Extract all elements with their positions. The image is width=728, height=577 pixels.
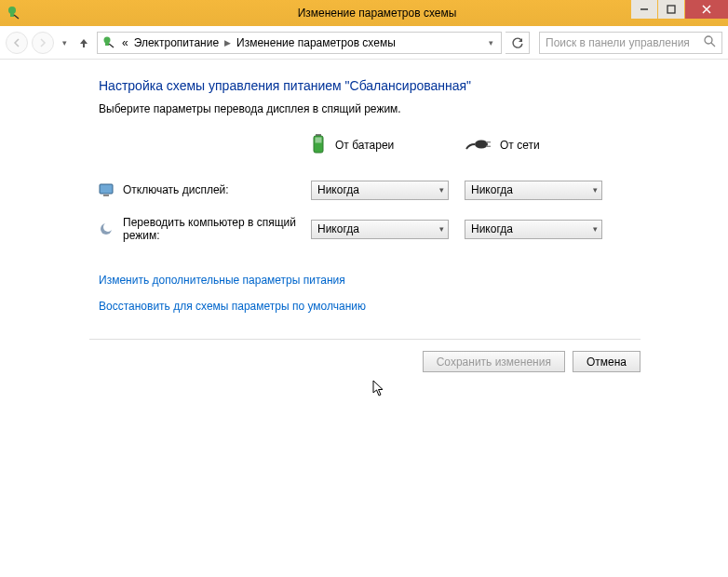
sleep-mains-combo[interactable]: Никогда ▾	[465, 220, 602, 239]
display-off-mains-combo[interactable]: Никогда ▾	[465, 181, 602, 200]
mains-label: От сети	[500, 139, 540, 152]
search-icon	[704, 35, 716, 50]
plug-icon	[465, 136, 491, 155]
forward-button[interactable]	[32, 32, 54, 54]
search-box[interactable]	[539, 32, 722, 54]
battery-icon	[311, 133, 326, 158]
svg-rect-12	[486, 141, 491, 142]
minimize-button[interactable]	[631, 0, 657, 19]
svg-point-6	[705, 36, 712, 44]
search-input[interactable]	[546, 36, 698, 49]
maximize-button[interactable]	[658, 0, 684, 19]
address-bar: ▾ « Электропитание ▶ Изменение параметро…	[0, 26, 728, 60]
svg-rect-14	[100, 184, 113, 194]
display-off-battery-combo[interactable]: Никогда ▾	[311, 181, 449, 200]
breadcrumb-dropdown-icon[interactable]: ▾	[485, 38, 497, 47]
row-sleep: Переводить компьютер в спящий режим: Ник…	[99, 216, 652, 242]
save-button[interactable]: Сохранить изменения	[423, 351, 565, 372]
svg-rect-1	[10, 10, 14, 17]
breadcrumb[interactable]: « Электропитание ▶ Изменение параметров …	[97, 32, 502, 54]
window-title: Изменение параметров схемы	[26, 7, 728, 20]
monitor-icon	[99, 182, 114, 197]
close-button[interactable]	[685, 0, 728, 19]
page-subtitle: Выберите параметры перевода дисплея в сп…	[99, 102, 652, 115]
page-title: Настройка схемы управления питанием "Сба…	[99, 78, 652, 93]
battery-column-header: От батареи	[311, 132, 465, 158]
title-bar: Изменение параметров схемы	[0, 0, 728, 26]
chevron-down-icon: ▾	[439, 224, 444, 234]
chevron-down-icon: ▾	[593, 224, 598, 234]
chevron-down-icon: ▾	[593, 185, 598, 195]
refresh-button[interactable]	[506, 32, 530, 54]
chevron-right-icon: ▶	[224, 38, 231, 47]
sleep-label: Переводить компьютер в спящий режим:	[123, 216, 304, 242]
moon-icon	[99, 221, 114, 236]
history-dropdown-icon[interactable]: ▾	[58, 38, 71, 47]
up-button[interactable]	[74, 36, 93, 49]
footer: Сохранить изменения Отмена	[89, 339, 640, 383]
svg-rect-10	[316, 137, 322, 142]
cancel-button[interactable]: Отмена	[573, 351, 640, 372]
breadcrumb-power[interactable]: Электропитание	[134, 36, 219, 49]
mains-column-header: От сети	[465, 132, 618, 158]
breadcrumb-edit-plan[interactable]: Изменение параметров схемы	[236, 36, 396, 49]
svg-rect-3	[667, 6, 675, 13]
power-options-icon	[101, 35, 116, 50]
svg-rect-15	[103, 195, 109, 196]
main-content: Настройка схемы управления питанием "Сба…	[0, 60, 652, 383]
back-button[interactable]	[6, 32, 28, 54]
svg-point-11	[475, 140, 488, 148]
battery-label: От батареи	[335, 139, 394, 152]
row-display-off: Отключать дисплей: Никогда ▾ Никогда ▾	[99, 179, 652, 201]
sleep-battery-combo[interactable]: Никогда ▾	[311, 220, 449, 239]
svg-line-7	[711, 43, 715, 47]
app-icon	[0, 6, 26, 20]
svg-point-17	[103, 222, 113, 232]
restore-defaults-link[interactable]: Восстановить для схемы параметры по умол…	[99, 300, 652, 313]
chevron-down-icon: ▾	[439, 185, 444, 195]
advanced-settings-link[interactable]: Изменить дополнительные параметры питани…	[99, 274, 652, 287]
breadcrumb-prefix: «	[122, 36, 128, 49]
svg-rect-13	[486, 145, 491, 146]
svg-rect-5	[105, 40, 109, 46]
display-off-label: Отключать дисплей:	[123, 183, 229, 196]
